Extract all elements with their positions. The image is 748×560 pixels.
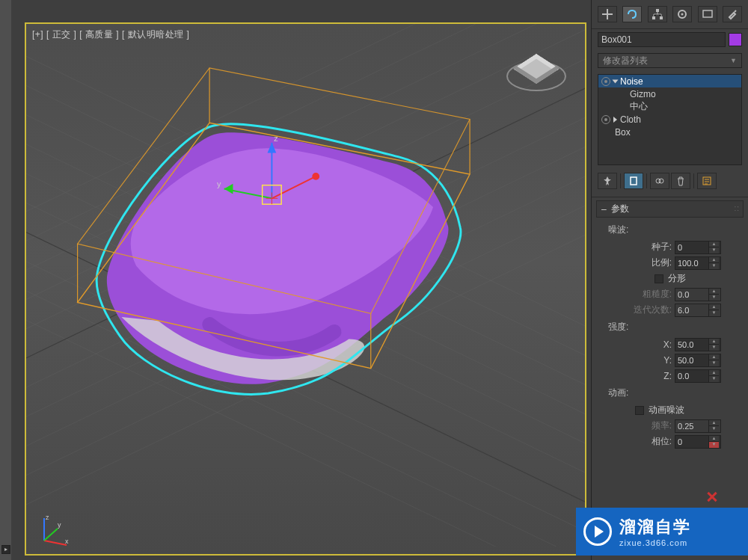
visibility-toggle-icon[interactable] (601, 77, 610, 86)
play-icon (583, 517, 612, 546)
param-y: Y: ▲▼ (598, 352, 742, 368)
roughness-spinner: ▲▼ (675, 288, 721, 301)
param-phase: 相位: ▲▼ (598, 434, 742, 449)
scale-spinner[interactable]: ▲▼ (675, 256, 721, 270)
svg-rect-44 (656, 9, 659, 12)
stack-item-box[interactable]: Box (598, 126, 741, 138)
modifier-stack[interactable]: Noise Gizmo 中心 Cloth Box (598, 74, 742, 165)
stack-sub-gizmo[interactable]: Gizmo (598, 87, 741, 100)
scene-render: z y (26, 24, 585, 547)
rollout-parameters: – 参数 :: 噪波: 种子: ▲▼ 比例: ▲▼ (596, 200, 744, 452)
command-panel-tabs (592, 0, 748, 29)
make-unique-button[interactable] (650, 173, 669, 189)
iterations-spinner: ▲▼ (675, 304, 721, 317)
x-spinner[interactable]: ▲▼ (675, 338, 721, 351)
show-end-result-button[interactable] (624, 173, 643, 189)
configure-sets-button[interactable] (697, 173, 717, 189)
tab-display[interactable] (698, 6, 717, 22)
stack-item-noise[interactable]: Noise (598, 75, 741, 87)
anim-noise-checkbox-row[interactable]: 动画噪波 (598, 402, 742, 418)
param-seed: 种子: ▲▼ (598, 239, 742, 255)
viewport[interactable]: [+] [ 正交 ] [ 高质量 ] [ 默认明暗处理 ] (25, 22, 586, 556)
watermark-banner: 溜溜自学 zixue.3d66.com (576, 508, 748, 556)
expand-icon[interactable] (613, 79, 619, 83)
section-anim-label: 动画: (608, 387, 742, 399)
svg-text:y: y (58, 521, 61, 529)
z-spinner[interactable]: ▲▼ (675, 369, 721, 383)
param-roughness: 粗糙度: ▲▼ (598, 286, 742, 302)
stack-toolbar (592, 168, 748, 197)
tab-modify[interactable] (622, 6, 642, 22)
modifier-list-dropdown[interactable]: 修改器列表 ▼ (598, 53, 742, 68)
scale-input[interactable] (675, 259, 708, 268)
viewport-area: [+] [ 正交 ] [ 高质量 ] [ 默认明暗处理 ] (11, 0, 591, 560)
svg-text:x: x (65, 538, 69, 545)
watermark-title: 溜溜自学 (619, 516, 691, 538)
rollout-header[interactable]: – 参数 :: (596, 200, 744, 218)
fractal-label: 分形 (668, 272, 686, 285)
stack-item-cloth[interactable]: Cloth (598, 113, 741, 126)
roughness-input (675, 290, 708, 299)
watermark-subtitle: zixue.3d66.com (619, 538, 691, 547)
object-name-input[interactable] (598, 32, 726, 47)
section-strength-label: 强度: (608, 321, 742, 333)
svg-rect-46 (660, 16, 663, 19)
svg-rect-49 (703, 10, 712, 17)
svg-text:y: y (217, 179, 221, 188)
freq-spinner: ▲▼ (675, 419, 721, 433)
remove-modifier-button[interactable] (671, 173, 690, 189)
expand-left-toolbar[interactable]: ▸ (1, 545, 10, 554)
stack-sub-center[interactable]: 中心 (598, 100, 741, 113)
section-noise-label: 噪波: (608, 224, 742, 236)
param-iterations: 迭代次数: ▲▼ (598, 302, 742, 318)
phase-input[interactable] (675, 437, 708, 446)
y-spinner[interactable]: ▲▼ (675, 354, 721, 367)
y-input[interactable] (675, 356, 708, 365)
anim-noise-checkbox[interactable] (635, 406, 644, 415)
tab-hierarchy[interactable] (648, 6, 667, 22)
tab-motion[interactable] (672, 6, 692, 22)
tab-utilities[interactable] (723, 6, 742, 22)
svg-point-28 (312, 173, 319, 180)
svg-line-40 (44, 529, 58, 541)
tab-create[interactable] (598, 6, 617, 22)
pin-stack-button[interactable] (598, 173, 617, 189)
iterations-input (675, 306, 708, 315)
svg-text:z: z (46, 514, 49, 521)
svg-text:z: z (274, 134, 278, 143)
fractal-checkbox-row[interactable]: 分形 (598, 271, 742, 286)
view-cube[interactable] (503, 39, 570, 106)
fractal-checkbox[interactable] (654, 274, 663, 283)
command-panel: 修改器列表 ▼ Noise Gizmo 中心 Cloth Box (591, 0, 748, 560)
close-overlay-icon[interactable] (706, 491, 718, 503)
object-color-swatch[interactable] (729, 33, 742, 46)
phase-spinner[interactable]: ▲▼ (675, 435, 721, 449)
svg-line-39 (44, 541, 67, 545)
anim-noise-label: 动画噪波 (649, 404, 684, 416)
expand-icon[interactable] (613, 117, 617, 123)
param-scale: 比例: ▲▼ (598, 255, 742, 271)
svg-rect-45 (652, 16, 655, 19)
param-freq: 频率: ▲▼ (598, 418, 742, 434)
svg-point-52 (659, 179, 663, 183)
visibility-toggle-icon[interactable] (601, 115, 610, 124)
svg-point-48 (681, 13, 684, 16)
seed-spinner[interactable]: ▲▼ (675, 241, 721, 254)
svg-rect-50 (631, 177, 637, 185)
x-input[interactable] (675, 340, 708, 349)
param-z: Z: ▲▼ (598, 368, 742, 384)
left-toolbar: ▸ (0, 0, 11, 560)
freq-input (675, 422, 708, 431)
param-x: X: ▲▼ (598, 336, 742, 352)
z-input[interactable] (675, 372, 708, 381)
axis-tripod: z x y (37, 514, 71, 548)
seed-input[interactable] (675, 243, 708, 252)
